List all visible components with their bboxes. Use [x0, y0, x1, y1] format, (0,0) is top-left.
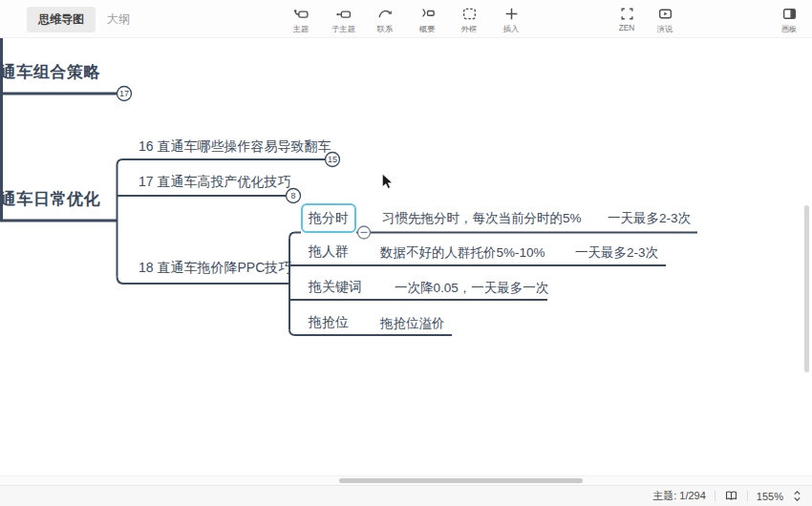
- node-combo-strategy[interactable]: 通车组合策略: [0, 61, 100, 83]
- insert-label: 插入: [503, 24, 520, 35]
- insert-tools-group: 主题 子主题 联系 概要 外框 插入: [284, 3, 528, 35]
- present-label: 演说: [657, 24, 673, 35]
- svg-text:15: 15: [328, 155, 337, 164]
- frame-icon: [461, 6, 478, 22]
- board-icon: [781, 6, 798, 22]
- zen-button[interactable]: ZEN: [609, 3, 644, 35]
- node-drag-time-note[interactable]: 一天最多2-3次: [608, 210, 691, 227]
- node-drag-audience-note[interactable]: 一天最多2-3次: [575, 244, 658, 262]
- tab-outline[interactable]: 大纲: [107, 11, 130, 28]
- topic-counter: 主题: 1/294: [652, 489, 706, 503]
- zen-label: ZEN: [619, 23, 635, 32]
- summary-button[interactable]: 概要: [410, 3, 444, 35]
- status-bar: 主题: 1/294 155%: [0, 485, 812, 506]
- node-18[interactable]: 18 直通车拖价降PPC技巧: [139, 260, 291, 277]
- node-drag-position-detail[interactable]: 拖抢位溢价: [380, 315, 445, 332]
- top-toolbar: 思维导图 大纲 主题 子主题 联系 概要 外框: [0, 0, 812, 38]
- horizontal-scrollbar[interactable]: [339, 478, 583, 483]
- overview-icon[interactable]: [724, 489, 738, 503]
- mindmap-app: 思维导图 大纲 主题 子主题 联系 概要 外框: [0, 0, 812, 506]
- collapse-minus-icon[interactable]: [358, 226, 371, 239]
- svg-text:17: 17: [119, 89, 129, 98]
- node-drag-time-selected[interactable]: 拖分时: [301, 203, 356, 233]
- topic-button[interactable]: 主题: [284, 3, 318, 35]
- insert-icon: [503, 6, 520, 22]
- node-drag-keyword[interactable]: 拖关键词: [309, 279, 362, 296]
- node-16[interactable]: 16 直通车哪些操作容易导致翻车: [139, 138, 331, 156]
- zoom-stepper-icon[interactable]: [792, 490, 802, 502]
- present-icon: [657, 6, 673, 22]
- frame-button[interactable]: 外框: [452, 3, 486, 35]
- tab-mindmap[interactable]: 思维导图: [27, 7, 96, 32]
- topic-icon: [293, 6, 310, 22]
- node-17[interactable]: 17 直通车高投产优化技巧: [139, 174, 290, 191]
- zoom-level[interactable]: 155%: [757, 491, 783, 502]
- node-drag-audience[interactable]: 拖人群: [309, 243, 349, 261]
- zen-icon: [619, 6, 635, 22]
- summary-icon: [419, 6, 436, 22]
- subtopic-button[interactable]: 子主题: [326, 3, 360, 35]
- relation-button[interactable]: 联系: [368, 3, 402, 35]
- branch-lines: 17 15 8: [0, 38, 812, 485]
- subtopic-icon: [335, 6, 352, 22]
- mindmap-canvas[interactable]: 17 15 8 通车组合策略 通车日常优化 16 直通车哪些操作容易导致翻车 1…: [0, 38, 812, 485]
- node-daily-optimize[interactable]: 通车日常优化: [0, 188, 100, 210]
- subtopic-label: 子主题: [331, 24, 355, 35]
- relation-label: 联系: [377, 24, 394, 35]
- node-drag-audience-detail[interactable]: 数据不好的人群托价5%-10%: [380, 244, 545, 262]
- node-drag-time-detail[interactable]: 习惯先拖分时，每次当前分时的5%: [382, 210, 582, 227]
- svg-text:8: 8: [290, 191, 295, 200]
- vertical-scrollbar[interactable]: [804, 205, 809, 372]
- insert-button[interactable]: 插入: [494, 3, 528, 35]
- node-drag-keyword-detail[interactable]: 一次降0.05，一天最多一次: [395, 280, 548, 297]
- view-tabs: 思维导图 大纲: [27, 0, 130, 38]
- mode-tools-group: ZEN 演说: [609, 3, 682, 35]
- board-label: 画板: [781, 24, 798, 35]
- summary-label: 概要: [419, 24, 436, 35]
- board-button[interactable]: 画板: [772, 3, 806, 35]
- statusbar-divider: [715, 491, 716, 501]
- frame-label: 外框: [461, 24, 478, 35]
- mouse-cursor: [382, 174, 394, 193]
- topic-label: 主题: [293, 24, 310, 35]
- node-drag-position[interactable]: 拖抢位: [309, 314, 349, 331]
- node-drag-time-label: 拖分时: [309, 210, 349, 227]
- relation-icon: [377, 6, 394, 22]
- present-button[interactable]: 演说: [648, 3, 682, 35]
- statusbar-divider: [747, 491, 748, 501]
- badge-17[interactable]: 17: [118, 87, 132, 101]
